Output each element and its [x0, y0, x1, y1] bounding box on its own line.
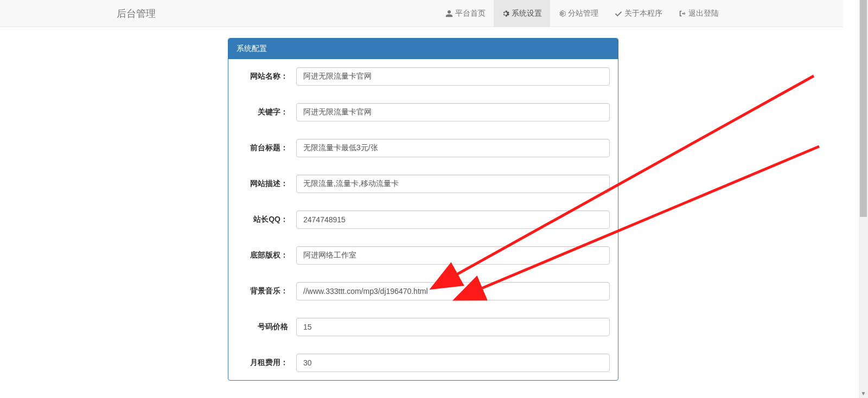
scrollbar-vertical[interactable]: ▲ ▼ — [859, 0, 868, 381]
row-bg-music: 背景音乐： — [237, 282, 610, 300]
scrollbar-thumb[interactable] — [860, 0, 867, 217]
label-admin-qq: 站长QQ： — [237, 215, 296, 224]
label-front-title: 前台标题： — [237, 143, 296, 153]
config-panel: 系统配置 网站名称： 关键字： 前台标题： 网站描述： — [228, 38, 618, 381]
user-icon — [445, 10, 453, 17]
check-icon — [615, 10, 622, 17]
nav-system-label: 系统设置 — [512, 9, 542, 18]
input-site-name[interactable] — [296, 67, 610, 86]
nav-logout-label: 退出登陆 — [688, 9, 719, 18]
input-monthly-fee[interactable] — [296, 354, 610, 372]
label-bg-music: 背景音乐： — [237, 286, 296, 296]
nav-substation[interactable]: 分站管理 — [550, 0, 607, 27]
label-number-price: 号码价格 — [237, 322, 296, 332]
row-number-price: 号码价格 — [237, 318, 610, 336]
nav-home[interactable]: 平台首页 — [437, 0, 494, 27]
nav-about[interactable]: 关于本程序 — [607, 0, 671, 27]
label-description: 网站描述： — [237, 179, 296, 189]
panel-body: 网站名称： 关键字： 前台标题： 网站描述： 站长QQ： — [228, 59, 618, 380]
input-admin-qq[interactable] — [296, 210, 610, 229]
row-keywords: 关键字： — [237, 103, 610, 121]
nav-logout[interactable]: 退出登陆 — [671, 0, 727, 27]
nav-substation-label: 分站管理 — [568, 9, 598, 18]
input-footer-copy[interactable] — [296, 246, 610, 265]
row-description: 网站描述： — [237, 175, 610, 193]
label-site-name: 网站名称： — [237, 72, 296, 81]
input-keywords[interactable] — [296, 103, 610, 121]
label-footer-copy: 底部版权： — [237, 251, 296, 260]
row-admin-qq: 站长QQ： — [237, 210, 610, 229]
row-site-name: 网站名称： — [237, 67, 610, 86]
logout-icon — [679, 10, 686, 17]
row-front-title: 前台标题： — [237, 139, 610, 157]
gear-outline-icon — [558, 10, 566, 17]
input-number-price[interactable] — [296, 318, 610, 336]
input-front-title[interactable] — [296, 139, 610, 157]
main-container: 系统配置 网站名称： 关键字： 前台标题： 网站描述： — [228, 38, 618, 381]
nav-menu: 平台首页 系统设置 分站管理 关于本程序 — [437, 0, 727, 27]
top-navbar: 后台管理 平台首页 系统设置 分站管理 — [0, 0, 844, 27]
row-footer-copy: 底部版权： — [237, 246, 610, 265]
gear-icon — [502, 10, 509, 17]
nav-home-label: 平台首页 — [455, 9, 486, 18]
row-monthly-fee: 月租费用： — [237, 354, 610, 372]
brand-title: 后台管理 — [108, 7, 164, 20]
input-description[interactable] — [296, 175, 610, 193]
label-monthly-fee: 月租费用： — [237, 358, 296, 368]
input-bg-music[interactable] — [296, 282, 610, 300]
nav-system-settings[interactable]: 系统设置 — [494, 0, 550, 27]
panel-title: 系统配置 — [228, 38, 618, 59]
label-keywords: 关键字： — [237, 107, 296, 117]
nav-about-label: 关于本程序 — [624, 9, 662, 18]
